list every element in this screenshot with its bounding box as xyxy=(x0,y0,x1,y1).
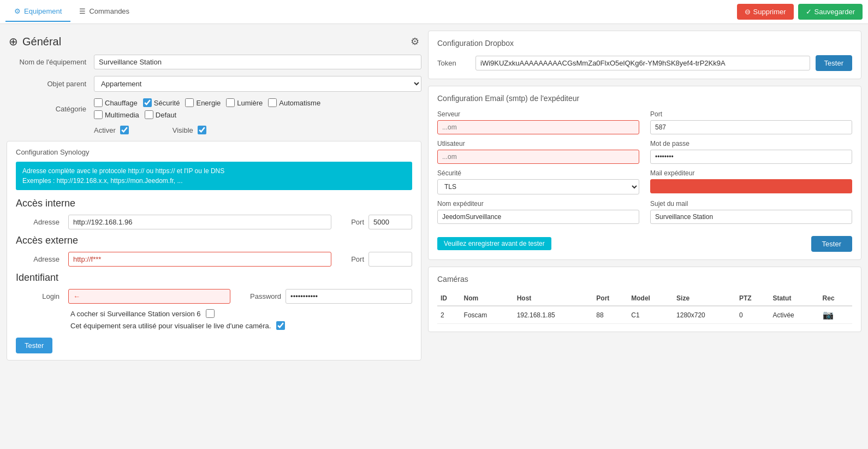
port-interne-input[interactable] xyxy=(368,215,412,229)
cat-energie-label: Energie xyxy=(196,99,221,107)
cat-securite-label: Sécurité xyxy=(154,99,180,107)
token-label: Token xyxy=(437,59,470,67)
topbar: ⚙ Equipement ☰ Commandes ⊖ Supprimer ✓ S… xyxy=(0,0,868,24)
activer-checkbox[interactable] xyxy=(120,126,129,134)
nom-input[interactable] xyxy=(94,55,421,69)
mail-exp-field: Mail expéditeur xyxy=(650,169,852,194)
cam-ptz: 0 xyxy=(736,306,770,324)
email-grid: Serveur Port Utlisateur Mot de passe Séc… xyxy=(437,110,852,224)
adresse-externe-label: Adresse xyxy=(16,255,60,263)
cat-defaut: Defaut xyxy=(145,110,176,119)
cam-nom: Foscam xyxy=(461,306,514,324)
cat-chauffage: Chauffage xyxy=(94,98,138,107)
token-input[interactable] xyxy=(475,56,810,70)
sujet-label: Sujet du mail xyxy=(650,200,852,208)
activer-item: Activer xyxy=(94,126,129,134)
visible-checkbox[interactable] xyxy=(198,126,206,134)
login-row: Login Password xyxy=(16,289,412,304)
right-panel: Configuration Dropbox Token Tester Confi… xyxy=(428,31,861,332)
categorie-control: Chauffage Sécurité Energie Lumière xyxy=(94,98,421,119)
cat-energie-check[interactable] xyxy=(185,98,194,107)
serveur-field: Serveur xyxy=(437,110,639,134)
dropbox-title: Configuration Dropbox xyxy=(437,39,852,48)
live-checkbox[interactable] xyxy=(276,321,285,330)
categorie-label: Catégorie xyxy=(7,105,94,113)
save-label: Sauvegarder xyxy=(815,8,855,16)
port-externe-group: Port xyxy=(351,252,412,267)
port-interne-group: Port xyxy=(351,215,412,229)
cameras-box: Caméras ID Nom Host Port Model Size PTZ … xyxy=(428,267,861,332)
port-externe-input[interactable] xyxy=(368,252,412,267)
config-dropbox-box: Configuration Dropbox Token Tester xyxy=(428,31,861,79)
cat-automatisme-label: Automatisme xyxy=(279,99,320,107)
cam-model: C1 xyxy=(628,306,673,324)
v6-checkbox[interactable] xyxy=(206,309,215,318)
save-button[interactable]: ✓ Sauvegarder xyxy=(798,4,863,20)
tab-equipement[interactable]: ⚙ Equipement xyxy=(5,2,70,22)
mail-exp-input[interactable] xyxy=(650,179,852,193)
cat-automatisme-check[interactable] xyxy=(268,98,277,107)
cam-statut: Activée xyxy=(769,306,819,324)
port-email-label: Port xyxy=(650,110,852,118)
password-label: Password xyxy=(250,292,281,300)
activer-label: Activer xyxy=(94,126,116,134)
commandes-icon: ☰ xyxy=(79,7,86,15)
adresse-externe-control xyxy=(68,252,331,267)
securite-select[interactable]: TLS SSL None xyxy=(437,179,639,194)
utilisateur-field: Utlisateur xyxy=(437,140,639,164)
nom-exp-field: Nom expéditeur xyxy=(437,200,639,224)
parent-select[interactable]: Appartement xyxy=(94,76,421,92)
info-line1: Adresse complète avec le protocole http:… xyxy=(22,166,406,176)
cam-rec[interactable]: 📷 xyxy=(819,306,852,324)
serveur-input[interactable] xyxy=(437,120,639,134)
cat-securite-check[interactable] xyxy=(143,98,152,107)
utilisateur-input[interactable] xyxy=(437,150,639,164)
dropbox-tester-button[interactable]: Tester xyxy=(816,55,852,71)
nom-exp-input[interactable] xyxy=(437,210,639,224)
utilisateur-label: Utlisateur xyxy=(437,140,639,147)
login-label: Login xyxy=(16,292,60,300)
cat-chauffage-label: Chauffage xyxy=(105,99,138,107)
col-port: Port xyxy=(593,291,628,306)
adresse-interne-label: Adresse xyxy=(16,218,60,226)
mail-exp-label: Mail expéditeur xyxy=(650,169,852,177)
config-synology-title: Configuration Synology xyxy=(16,148,412,156)
login-input[interactable] xyxy=(68,289,230,304)
parent-control: Appartement xyxy=(94,76,421,92)
cam-rec-icon[interactable]: 📷 xyxy=(823,310,834,320)
nom-exp-label: Nom expéditeur xyxy=(437,200,639,208)
cat-multimedia: Multimedia xyxy=(94,110,139,119)
adresse-externe-input[interactable] xyxy=(68,252,331,267)
email-tester-label: Tester xyxy=(822,240,841,248)
cat-multimedia-check[interactable] xyxy=(94,110,103,119)
cat-lumiere-label: Lumière xyxy=(237,99,263,107)
port-interne-label: Port xyxy=(351,218,364,226)
col-ptz: PTZ xyxy=(736,291,770,306)
acces-interne-row: Adresse Port xyxy=(16,215,412,229)
checkbox-group-2: Multimedia Defaut xyxy=(94,110,421,119)
email-tester-button[interactable]: Tester xyxy=(811,236,852,252)
mdp-input[interactable] xyxy=(650,150,852,164)
cat-lumiere-check[interactable] xyxy=(226,98,235,107)
sujet-input[interactable] xyxy=(650,210,852,224)
sujet-field: Sujet du mail xyxy=(650,200,852,224)
delete-button[interactable]: ⊖ Supprimer xyxy=(737,4,794,20)
cat-chauffage-check[interactable] xyxy=(94,98,103,107)
adresse-interne-input[interactable] xyxy=(68,215,331,229)
synology-tester-button[interactable]: Tester xyxy=(16,338,52,353)
port-email-input[interactable] xyxy=(650,120,852,134)
email-actions: Veuillez enregistrer avant de tester Tes… xyxy=(437,231,852,252)
nom-label: Nom de l'équipement xyxy=(7,58,94,66)
cat-defaut-label: Defaut xyxy=(156,111,176,119)
col-id: ID xyxy=(437,291,461,306)
v6-item: A cocher si Surveillance Station version… xyxy=(70,309,412,318)
tab-commandes[interactable]: ☰ Commandes xyxy=(70,2,138,22)
synology-tester-label: Tester xyxy=(25,341,44,350)
password-input[interactable] xyxy=(286,289,412,304)
cat-defaut-check[interactable] xyxy=(145,110,153,119)
v6-checkbox-row: A cocher si Surveillance Station version… xyxy=(70,309,412,330)
warn-register-button[interactable]: Veuillez enregistrer avant de tester xyxy=(437,237,551,250)
gear-icon[interactable]: ⚙ xyxy=(411,36,419,48)
cat-securite: Sécurité xyxy=(143,98,180,107)
cameras-tbody: 2 Foscam 192.168.1.85 88 C1 1280x720 0 A… xyxy=(437,306,852,324)
